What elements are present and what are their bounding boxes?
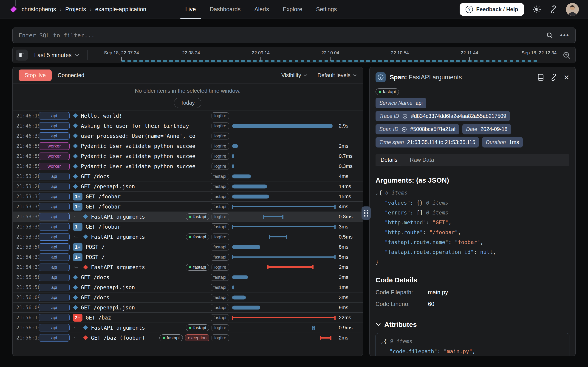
service-tag-api[interactable]: api xyxy=(39,314,69,321)
scope-chip-logfire[interactable]: logfire xyxy=(212,133,229,140)
children-count-badge[interactable]: 1+ xyxy=(73,243,82,251)
fastapi-tag-pill[interactable]: fastapi xyxy=(186,264,209,271)
log-row[interactable]: 21:46:19apiAsking the user for their bir… xyxy=(13,121,363,131)
service-tag-api[interactable]: api xyxy=(39,173,69,180)
share-link-icon[interactable] xyxy=(549,6,557,13)
nav-tab-dashboards[interactable]: Dashboards xyxy=(203,0,248,19)
scope-chip-fastapi[interactable]: fastapi xyxy=(211,223,229,230)
scope-chip-fastapi[interactable]: fastapi xyxy=(211,254,229,261)
log-row[interactable]: 21:53:35apiFastAPI argumentsfastapilogfi… xyxy=(13,211,363,222)
service-tag-api[interactable]: api xyxy=(39,243,69,251)
log-row[interactable]: 21:56:13apiGET /baz (foobar)fastapiexcep… xyxy=(13,333,363,343)
nav-tab-explore[interactable]: Explore xyxy=(276,0,309,19)
log-row[interactable]: 21:53:35api1−GET /foobarfastapi4ms xyxy=(13,201,363,211)
service-tag-worker[interactable]: worker xyxy=(39,163,69,170)
search-icon[interactable] xyxy=(546,32,553,39)
scope-chip-logfire[interactable]: logfire xyxy=(212,112,229,119)
scope-chip-fastapi[interactable]: fastapi xyxy=(211,274,229,281)
panel-resize-handle[interactable] xyxy=(362,206,371,220)
nav-tab-live[interactable]: Live xyxy=(179,0,203,19)
service-tag-api[interactable]: api xyxy=(39,294,69,301)
copy-link-icon[interactable] xyxy=(550,74,557,81)
service-tag-api[interactable]: api xyxy=(39,284,69,291)
service-tag-api[interactable]: api xyxy=(39,122,69,130)
log-row[interactable]: 21:46:33apiuser processed: User(name='An… xyxy=(13,131,363,141)
log-row[interactable]: 21:55:58apiGET /docsfastapi3ms xyxy=(13,272,363,282)
user-avatar[interactable] xyxy=(566,3,579,16)
scope-chip-fastapi[interactable]: fastapi xyxy=(211,203,229,210)
service-tag-api[interactable]: api xyxy=(39,193,69,200)
scope-chip-logfire[interactable]: logfire xyxy=(212,234,229,240)
log-row[interactable]: 21:53:33api1+GET /foobarfastapi15ms xyxy=(13,191,363,201)
attributes-heading[interactable]: Attributes xyxy=(376,321,569,328)
service-tag-api[interactable]: api xyxy=(39,213,69,220)
scope-chip-fastapi[interactable]: fastapi xyxy=(211,173,229,180)
log-row[interactable]: 21:56:13api2−GET /bazfastapi22ms xyxy=(13,312,363,323)
fastapi-tag-pill[interactable]: fastapi xyxy=(186,324,209,331)
breadcrumb-projects[interactable]: Projects xyxy=(65,6,86,13)
log-row[interactable]: 21:53:35api1−GET /foobarfastapi3ms xyxy=(13,222,363,232)
log-row[interactable]: 21:56:09apiGET /openapi.jsonfastapi9ms xyxy=(13,302,363,312)
timeline-track[interactable]: Sep 18, 22:07:3422:08:2422:09:1422:10:04… xyxy=(121,47,539,64)
service-tag-api[interactable]: api xyxy=(39,324,69,332)
default-levels-dropdown[interactable]: Default levels xyxy=(317,72,357,78)
service-tag-api[interactable]: api xyxy=(39,233,69,241)
scope-chip-logfire[interactable]: logfire xyxy=(212,123,229,129)
fastapi-tag-pill[interactable]: fastapi xyxy=(376,88,399,95)
close-icon[interactable]: ✕ xyxy=(564,73,569,81)
fastapi-tag-pill[interactable]: fastapi xyxy=(159,334,183,341)
scope-chip-fastapi[interactable]: fastapi xyxy=(211,284,229,291)
scope-chip-exception[interactable]: exception xyxy=(185,334,209,341)
scope-chip-logfire[interactable]: logfire xyxy=(212,324,229,331)
tab-details[interactable]: Details xyxy=(377,157,401,166)
tab-raw-data[interactable]: Raw Data xyxy=(406,157,437,166)
zoom-in-icon[interactable] xyxy=(562,51,571,59)
children-count-badge[interactable]: 2− xyxy=(73,314,82,322)
service-tag-api[interactable]: api xyxy=(39,264,69,271)
logfire-logo-icon[interactable] xyxy=(10,6,17,13)
time-range-select[interactable]: Last 5 minutes xyxy=(34,52,79,58)
stop-live-button[interactable]: Stop live xyxy=(19,69,52,81)
sql-filter-input[interactable]: Enter SQL to filter... xyxy=(19,32,546,39)
scope-chip-fastapi[interactable]: fastapi xyxy=(211,193,229,200)
log-row[interactable]: 21:46:55workerPydantic User validate_pyt… xyxy=(13,151,363,161)
service-tag-api[interactable]: api xyxy=(39,304,69,311)
scope-chip-logfire[interactable]: logfire xyxy=(212,264,229,271)
service-tag-worker[interactable]: worker xyxy=(39,142,69,150)
log-row[interactable]: 21:54:37api1−POST /fastapi5ms xyxy=(13,252,363,262)
children-count-badge[interactable]: 1− xyxy=(73,253,82,261)
service-tag-api[interactable]: api xyxy=(39,183,69,190)
log-row[interactable]: 21:55:58apiGET /openapi.jsonfastapi1ms xyxy=(13,282,363,292)
scope-chip-fastapi[interactable]: fastapi xyxy=(211,304,229,311)
fastapi-tag-pill[interactable]: fastapi xyxy=(186,213,209,220)
scope-chip-fastapi[interactable]: fastapi xyxy=(211,183,229,190)
log-row[interactable]: 21:46:55workerPydantic User validate_pyt… xyxy=(13,161,363,171)
theme-toggle-icon[interactable] xyxy=(533,6,541,13)
scope-chip-logfire[interactable]: logfire xyxy=(212,163,229,170)
service-tag-api[interactable]: api xyxy=(39,253,69,261)
sidebar-toggle-button[interactable] xyxy=(16,50,28,60)
service-tag-api[interactable]: api xyxy=(39,132,69,140)
visibility-dropdown[interactable]: Visibility xyxy=(281,72,307,78)
log-row[interactable]: 21:46:55workerPydantic User validate_pyt… xyxy=(13,141,363,151)
log-row[interactable]: 21:56:09apiGET /docsfastapi3ms xyxy=(13,292,363,302)
log-row[interactable]: 21:56:13apiFastAPI argumentsfastapilogfi… xyxy=(13,323,363,333)
breadcrumb-org[interactable]: christophergs xyxy=(22,6,56,13)
span-id-chip[interactable]: Span ID #5008bce5f7fe21af xyxy=(376,124,459,134)
log-row[interactable]: 21:53:28apiGET /openapi.jsonfastapi14ms xyxy=(13,181,363,191)
fastapi-tag-pill[interactable]: fastapi xyxy=(186,234,209,240)
trace-id-chip[interactable]: Trace ID #d834c3374dd6fa2e4aa82a55ab2175… xyxy=(376,111,510,121)
nav-tab-alerts[interactable]: Alerts xyxy=(247,0,276,19)
service-tag-api[interactable]: api xyxy=(39,112,69,119)
log-row[interactable]: 21:46:19apiHello, world!logfire xyxy=(13,110,363,121)
service-tag-worker[interactable]: worker xyxy=(39,152,69,160)
more-options-icon[interactable]: ••• xyxy=(560,31,569,39)
children-count-badge[interactable]: 1− xyxy=(73,203,82,211)
nav-tab-settings[interactable]: Settings xyxy=(309,0,344,19)
service-tag-api[interactable]: api xyxy=(39,223,69,231)
log-row[interactable]: 21:54:37apiFastAPI argumentsfastapilogfi… xyxy=(13,262,363,272)
open-drawer-icon[interactable] xyxy=(537,74,544,81)
sql-filter-bar[interactable]: Enter SQL to filter... ••• xyxy=(12,27,576,43)
scope-chip-logfire[interactable]: logfire xyxy=(212,153,229,160)
children-count-badge[interactable]: 1+ xyxy=(73,193,82,200)
